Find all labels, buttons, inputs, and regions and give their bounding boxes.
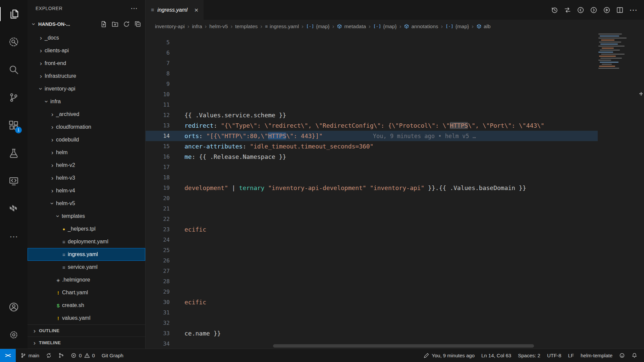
- file-history-icon[interactable]: [551, 6, 558, 14]
- folder-inventory-api[interactable]: ›inventory-api: [28, 82, 145, 95]
- editor[interactable]: 56789101112{{ .Values.service.scheme }}1…: [146, 33, 644, 349]
- code-line-19[interactable]: 19development" | ternary "inventory-api-…: [146, 183, 598, 193]
- file-create.sh[interactable]: $create.sh: [28, 299, 145, 312]
- folder-cloudformation[interactable]: ›cloudformation: [28, 121, 145, 133]
- file-service.yaml[interactable]: ≡service.yaml: [28, 261, 145, 274]
- folder-helm-v4[interactable]: ›helm-v4: [28, 184, 145, 197]
- line-number[interactable]: 16: [146, 152, 170, 162]
- file-_helpers.tpl[interactable]: ●_helpers.tpl: [28, 223, 145, 235]
- collapse-all-icon[interactable]: [135, 21, 141, 27]
- code-line-14[interactable]: 14orts: "[{\"HTTP\":80,\"HTTPS\": 443}]"…: [146, 131, 598, 141]
- more-actions-icon[interactable]: ⋯: [131, 4, 138, 12]
- status-commit-graph[interactable]: [55, 349, 67, 362]
- remote-explorer-icon[interactable]: [0, 167, 28, 195]
- minimap[interactable]: [598, 34, 639, 215]
- horizontal-scrollbar[interactable]: [273, 344, 534, 348]
- code-line-29[interactable]: 29: [146, 287, 598, 297]
- line-number[interactable]: 9: [146, 79, 170, 89]
- code-line-9[interactable]: 9: [146, 79, 598, 89]
- line-number[interactable]: 22: [146, 214, 170, 224]
- line-number[interactable]: 23: [146, 224, 170, 235]
- source-control-icon[interactable]: [0, 83, 28, 111]
- code-line-25[interactable]: 25: [146, 245, 598, 255]
- status-language-mode[interactable]: helm-template: [577, 349, 616, 362]
- status-remote[interactable]: ><: [0, 349, 16, 362]
- folder-codebuild[interactable]: ›codebuild: [28, 133, 145, 146]
- status-sync[interactable]: [43, 349, 55, 362]
- account-icon[interactable]: [0, 293, 28, 321]
- status-eol[interactable]: LF: [565, 349, 577, 362]
- code-line-22[interactable]: 22: [146, 214, 598, 224]
- line-number[interactable]: 27: [146, 266, 170, 276]
- line-number[interactable]: 12: [146, 110, 170, 120]
- line-number[interactable]: 30: [146, 297, 170, 307]
- extensions-icon[interactable]: 1: [0, 111, 28, 139]
- previous-change-icon[interactable]: [577, 6, 584, 14]
- open-changes-icon[interactable]: [564, 6, 571, 14]
- line-number[interactable]: 33: [146, 328, 170, 339]
- status-indentation[interactable]: Spaces: 2: [515, 349, 544, 362]
- terraform-icon[interactable]: [0, 195, 28, 223]
- tab-ingress-yaml[interactable]: ≡ ingress.yaml ×: [146, 0, 204, 20]
- code-line-27[interactable]: 27: [146, 266, 598, 276]
- next-change-icon[interactable]: [590, 6, 597, 14]
- code-line-18[interactable]: 18: [146, 172, 598, 183]
- status-branch[interactable]: main: [17, 349, 43, 362]
- code-line-21[interactable]: 21: [146, 203, 598, 214]
- breadcrumb-map[interactable]: [·]{map}: [373, 23, 397, 29]
- breadcrumb-alb[interactable]: alb: [476, 23, 491, 29]
- line-number[interactable]: 29: [146, 287, 170, 297]
- breadcrumb-annotations[interactable]: annotations: [404, 23, 438, 29]
- refresh-icon[interactable]: [123, 21, 130, 27]
- status-git-graph[interactable]: Git Graph: [98, 349, 127, 362]
- code-line-28[interactable]: 28: [146, 276, 598, 287]
- code-line-33[interactable]: 33ce.name }}: [146, 328, 598, 339]
- gitlens-icon[interactable]: [0, 28, 28, 56]
- more-actions-icon[interactable]: ⋯: [629, 5, 637, 15]
- line-number[interactable]: 7: [146, 58, 170, 68]
- line-number[interactable]: 26: [146, 255, 170, 266]
- code-line-12[interactable]: 12{{ .Values.service.scheme }}: [146, 110, 598, 120]
- status-encoding[interactable]: UTF-8: [544, 349, 565, 362]
- folder-helm[interactable]: ›helm: [28, 146, 145, 159]
- line-number[interactable]: 32: [146, 318, 170, 328]
- code-line-32[interactable]: 32: [146, 318, 598, 328]
- code-line-30[interactable]: 30ecific: [146, 297, 598, 307]
- line-number[interactable]: 18: [146, 172, 170, 183]
- line-number[interactable]: 14: [146, 131, 170, 141]
- line-number[interactable]: 24: [146, 235, 170, 245]
- line-number[interactable]: 17: [146, 162, 170, 172]
- breadcrumb-metadata[interactable]: metadata: [337, 23, 366, 29]
- breadcrumb-map[interactable]: [·]{map}: [445, 23, 469, 29]
- explorer-icon[interactable]: [0, 0, 28, 28]
- folder-templates[interactable]: ›templates: [28, 210, 145, 223]
- new-file-icon[interactable]: [100, 21, 107, 27]
- panel-timeline[interactable]: ›TIMELINE: [28, 337, 145, 349]
- code-line-24[interactable]: 24: [146, 235, 598, 245]
- file-.helmignore[interactable]: ◈.helmignore: [28, 274, 145, 286]
- workspace-section-header[interactable]: › HANDS-ON-...: [28, 17, 145, 32]
- file-values.yaml[interactable]: !values.yaml: [28, 312, 145, 324]
- folder-Infrastructure[interactable]: ›Infrastructure: [28, 70, 145, 82]
- breadcrumb-ingress.yaml[interactable]: ≡ingress.yaml: [265, 23, 299, 29]
- more-icon[interactable]: ⋯: [0, 223, 28, 250]
- search-icon[interactable]: [0, 56, 28, 83]
- code-line-5[interactable]: 5: [146, 37, 598, 48]
- split-editor-icon[interactable]: [616, 6, 624, 14]
- code-line-23[interactable]: 23ecific: [146, 224, 598, 235]
- folder-_docs[interactable]: ›_docs: [28, 32, 145, 44]
- code-line-7[interactable]: 7: [146, 58, 598, 68]
- folder-_archived[interactable]: ›_archived: [28, 108, 145, 121]
- breadcrumb-map[interactable]: [·]{map}: [306, 23, 330, 29]
- line-number[interactable]: 21: [146, 203, 170, 214]
- file-Chart.yaml[interactable]: !Chart.yaml: [28, 286, 145, 299]
- file-ingress.yaml[interactable]: ≡ingress.yaml: [28, 248, 145, 261]
- status-notifications[interactable]: [628, 349, 641, 362]
- code-line-8[interactable]: 8: [146, 68, 598, 79]
- line-number[interactable]: 5: [146, 37, 170, 48]
- new-folder-icon[interactable]: [112, 21, 118, 27]
- line-number[interactable]: 8: [146, 68, 170, 79]
- status-cursor-position[interactable]: Ln 14, Col 63: [478, 349, 515, 362]
- line-number[interactable]: 20: [146, 193, 170, 203]
- folder-helm-v5[interactable]: ›helm-v5: [28, 197, 145, 210]
